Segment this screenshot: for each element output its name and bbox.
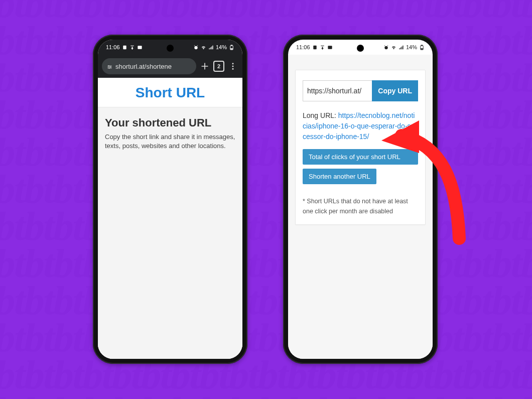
click-stats-button[interactable]: Total of clicks of your short URL bbox=[303, 149, 418, 165]
wifi-icon bbox=[201, 45, 206, 50]
battery-icon bbox=[229, 45, 234, 50]
battery-percent: 14% bbox=[216, 44, 227, 50]
svg-point-11 bbox=[232, 68, 234, 70]
svg-rect-4 bbox=[231, 45, 232, 45]
svg-rect-13 bbox=[328, 46, 332, 49]
image-icon bbox=[327, 45, 333, 50]
alarm-icon bbox=[193, 45, 199, 50]
camera-cutout bbox=[167, 45, 174, 52]
page-content: Short URL Your shortened URL Copy the sh… bbox=[98, 78, 242, 359]
download-icon bbox=[320, 45, 325, 50]
address-bar[interactable]: shorturl.at/shortene bbox=[102, 58, 196, 74]
svg-rect-16 bbox=[421, 45, 423, 45]
svg-point-2 bbox=[194, 46, 197, 49]
site-logo-text[interactable]: Short URL bbox=[98, 85, 242, 101]
notification-icon bbox=[122, 45, 127, 50]
wifi-icon bbox=[391, 45, 396, 50]
battery-icon bbox=[419, 45, 425, 50]
page-subtext: Copy the short link and share it in mess… bbox=[105, 132, 235, 151]
svg-rect-17 bbox=[421, 48, 423, 49]
copy-url-button[interactable]: Copy URL bbox=[372, 80, 418, 101]
svg-point-9 bbox=[232, 63, 234, 64]
svg-rect-12 bbox=[313, 45, 316, 49]
background-pattern bbox=[0, 0, 532, 399]
disclaimer-text: * Short URLs that do not have at least o… bbox=[303, 196, 418, 216]
svg-rect-0 bbox=[123, 45, 126, 49]
svg-point-14 bbox=[384, 46, 387, 49]
alarm-icon bbox=[383, 45, 389, 50]
browser-menu-button[interactable] bbox=[227, 61, 238, 72]
image-icon bbox=[137, 45, 143, 50]
page-content: https://shorturl.at/ Copy URL Long URL: … bbox=[288, 55, 433, 359]
address-url: shorturl.at/shortene bbox=[115, 63, 172, 70]
site-settings-icon bbox=[107, 64, 112, 69]
shorten-another-button[interactable]: Shorten another URL bbox=[303, 169, 376, 184]
short-url-input[interactable]: https://shorturl.at/ bbox=[303, 80, 372, 101]
status-time: 11:06 bbox=[106, 44, 120, 50]
browser-toolbar: shorturl.at/shortene 2 bbox=[98, 55, 242, 78]
long-url-row: Long URL: https://tecnoblog.net/noticias… bbox=[303, 110, 418, 142]
svg-point-8 bbox=[109, 67, 110, 68]
phone-mockup-right: 11:06 bbox=[283, 35, 438, 364]
battery-percent: 14% bbox=[406, 44, 417, 50]
svg-point-7 bbox=[110, 66, 111, 67]
download-icon bbox=[129, 45, 135, 50]
svg-point-10 bbox=[232, 66, 234, 67]
notification-icon bbox=[312, 45, 318, 50]
signal-icon bbox=[208, 45, 214, 50]
tab-switcher-button[interactable]: 2 bbox=[213, 61, 224, 72]
svg-point-6 bbox=[108, 65, 109, 66]
signal-icon bbox=[398, 45, 404, 50]
result-card: https://shorturl.at/ Copy URL Long URL: … bbox=[295, 70, 426, 225]
camera-cutout bbox=[357, 45, 364, 52]
svg-rect-1 bbox=[138, 46, 142, 49]
status-time: 11:06 bbox=[296, 44, 310, 50]
svg-rect-5 bbox=[231, 48, 233, 49]
page-heading: Your shortened URL bbox=[105, 116, 235, 129]
long-url-label: Long URL: bbox=[303, 111, 338, 119]
site-header: Short URL bbox=[98, 78, 242, 107]
phone-mockup-left: 11:06 bbox=[93, 35, 247, 364]
new-tab-button[interactable] bbox=[199, 61, 210, 72]
